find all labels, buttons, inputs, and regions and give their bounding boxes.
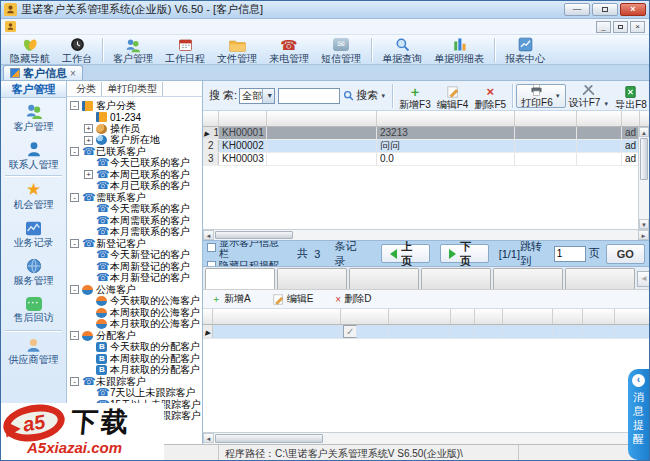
detail-edit-button[interactable]: 编辑E [273,292,314,306]
table-row[interactable]: 2 KH00002 问问 ad [203,140,649,153]
toolbar-sms-mgmt[interactable]: ✉ 短信管理 [316,35,366,64]
restore-button[interactable] [592,3,618,16]
delete-button[interactable]: × 删除F5 [471,82,509,110]
tab-customer-info[interactable]: 客户信息 × [3,65,83,80]
scroll-right-icon[interactable]: ► [638,230,649,240]
detail-horizontal-scrollbar[interactable]: ◄ ► [203,432,649,444]
column-header[interactable] [377,111,515,126]
go-button[interactable]: GO [606,244,645,264]
tab-close-icon[interactable]: × [70,68,76,79]
export-button[interactable]: 导出F8 [612,82,649,110]
print-button[interactable]: 打印F6 ▼ [516,84,566,108]
toolbar-customer-mgmt[interactable]: 客户管理 [108,35,158,64]
detail-tab[interactable] [277,268,347,289]
mdi-minimize-button[interactable]: _ [596,21,611,33]
search-button[interactable]: 搜索 ▼ [343,88,386,103]
toolbar-doc-detail[interactable]: 单据明细表 [429,35,489,64]
scroll-up-icon[interactable]: ▲ [639,127,649,137]
next-page-button[interactable]: 下页 [440,244,489,263]
table-row[interactable]: ▶1 KH00001 23213 ad [203,127,649,140]
column-header[interactable] [583,309,615,324]
tree-tab-category[interactable]: 分类 [71,82,102,96]
detail-delete-button[interactable]: ×删除D [335,292,371,306]
column-header[interactable] [341,309,389,324]
sidebar-item-service-mgmt[interactable]: 服务管理 [1,253,66,291]
detail-tab[interactable] [493,268,563,289]
scrollbar-thumb[interactable] [640,138,648,180]
toolbar-doc-query[interactable]: 单据查询 [377,35,427,64]
design-button[interactable]: 设计F7 ▼ [566,82,612,110]
column-header[interactable] [577,111,622,126]
toolbar-file-mgmt[interactable]: 文件管理 [212,35,262,64]
collapse-left-icon[interactable]: ‹ [632,374,645,387]
show-info-checkbox[interactable]: 显示客户信息栏 [207,241,283,259]
add-button[interactable]: ＋ 新增F3 [396,82,434,110]
tree-expander-icon[interactable]: + [84,170,93,179]
tree-expander-icon[interactable]: - [70,285,79,294]
chevron-down-icon[interactable]: ▼ [603,101,609,107]
search-scope-select[interactable]: 全部 ▼ [239,88,275,104]
tab-scroll-left-icon[interactable]: ◄ [637,271,650,287]
column-header[interactable] [515,111,577,126]
chevron-down-icon[interactable]: ▼ [262,89,274,103]
detail-tab[interactable] [565,268,635,289]
scrollbar-thumb[interactable] [215,231,293,239]
chevron-down-icon[interactable]: ▼ [555,93,561,99]
column-header[interactable] [503,309,553,324]
toolbar-schedule[interactable]: 工作日程 [160,35,210,64]
jump-page-input[interactable] [554,246,586,262]
column-header[interactable] [553,309,583,324]
contacts-table-row[interactable]: ▶ ✓ [203,325,649,339]
edit-button[interactable]: 编辑F4 [434,82,472,110]
tree-tab-print-type[interactable]: 单打印类型 [102,82,163,96]
scrollbar-thumb[interactable] [215,434,323,443]
minimize-button[interactable]: — [564,3,590,16]
detail-tab[interactable] [421,268,491,289]
column-header[interactable] [615,309,650,324]
table-row[interactable]: 3 KH00003 0.0 ad [203,153,649,166]
tree-item[interactable]: 本月获取的公海客户 [70,319,202,331]
scroll-left-icon[interactable]: ◄ [203,230,214,240]
toolbar-report-center[interactable]: 报表中心 [500,35,550,64]
chevron-down-icon[interactable]: ▼ [380,93,386,99]
column-header[interactable] [203,111,219,126]
vertical-scrollbar[interactable]: ▲ ▼ [638,127,649,229]
tree-expander-icon[interactable]: - [70,193,79,202]
sidebar-item-aftersale-visit[interactable]: ··· 售后回访 [1,291,66,329]
mdi-restore-button[interactable] [613,21,628,33]
sidebar-item-opportunity-mgmt[interactable]: ★ 机会管理 [1,177,66,215]
tree-item[interactable]: 本月新登记的客户 [70,273,202,285]
column-header[interactable] [389,309,451,324]
column-header[interactable] [475,309,503,324]
scroll-left-icon[interactable]: ◄ [203,433,214,443]
close-button[interactable]: × [620,3,646,16]
sidebar-item-business-record[interactable]: 业务记录 [1,215,66,253]
detail-tab[interactable] [349,268,419,289]
hide-schedule-checkbox[interactable]: 隐藏日程提醒 [207,260,283,268]
sidebar-header-customer-mgmt[interactable]: 客户管理 [1,81,66,98]
message-reminder-flap[interactable]: ‹ 消息提醒 [628,369,649,460]
toolbar-hide-nav[interactable]: 隐藏导航 [5,35,55,64]
sidebar-item-customer-mgmt[interactable]: 客户管理 [1,98,66,136]
tree-expander-icon[interactable]: - [70,377,79,386]
checkbox-icon[interactable] [207,243,216,252]
sidebar-item-supplier-mgmt[interactable]: 供应商管理 [1,332,66,370]
tree-expander-icon[interactable]: + [84,136,93,145]
tree-item[interactable]: - 客户分类 [70,100,202,112]
toolbar-workbench[interactable]: 工作台 [57,35,97,64]
tree-expander-icon[interactable]: - [70,331,79,340]
column-header[interactable] [622,111,640,126]
mdi-close-button[interactable]: × [630,21,645,33]
tree-expander-icon[interactable]: - [70,101,79,110]
detail-add-button[interactable]: ＋新增A [211,292,251,306]
detail-tab[interactable] [205,268,275,289]
toolbar-call-mgmt[interactable]: ☎ 来电管理 [264,35,314,64]
tree-expander-icon[interactable]: - [70,147,79,156]
column-header[interactable] [451,309,475,324]
scroll-down-icon[interactable]: ▼ [639,219,649,229]
column-header[interactable] [203,309,213,324]
tree-expander-icon[interactable]: - [70,239,79,248]
tree-expander-icon[interactable]: + [84,124,93,133]
search-input[interactable] [278,88,340,104]
sidebar-item-contact-mgmt[interactable]: 联系人管理 [1,136,66,174]
